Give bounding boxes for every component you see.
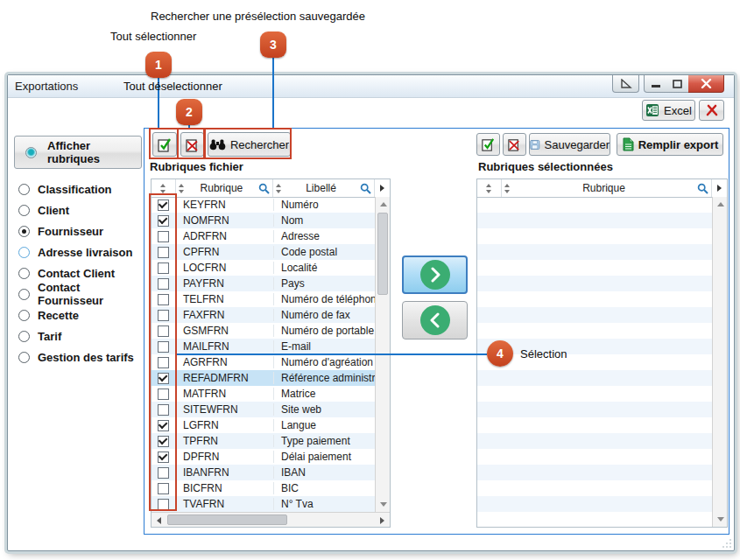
callout1-label: Tout sélectionner [110,30,196,43]
radio-icon [18,205,30,216]
table-row[interactable]: TVAFRNN° Tva [152,496,377,512]
search-column-icon[interactable] [697,183,708,194]
table-row[interactable]: AGRFRNNuméro d'agréation [152,354,377,370]
rubrique-code: KEYFRN [176,199,274,211]
empty-row [477,213,714,228]
empty-row [477,276,714,291]
table-row[interactable]: NOMFRNNom [152,213,377,228]
radio-icon [18,247,30,258]
sidebar-option-fournisseur[interactable]: Fournisseur [18,220,145,242]
table-row[interactable]: KEYFRNNuméro [152,197,377,213]
right-vertical-scrollbar[interactable] [712,197,727,527]
table-row[interactable]: LOCFRNLocalité [152,260,377,276]
libelle-header-label: Libellé [282,182,360,194]
callout2-label: Tout déselectionner [123,80,222,93]
rubrique-label: Numéro d'agréation [274,356,377,368]
select-all-selected-button[interactable] [476,133,500,156]
callout3-badge: 3 [260,32,286,58]
table-row[interactable]: IBANFRNIBAN [152,465,377,480]
rubrique-code: PAYFRN [176,277,274,290]
scroll-left-icon[interactable] [152,513,166,528]
sidebar-option-gestion-des-tarifs[interactable]: Gestion des tarifs [18,346,145,368]
excel-icon [645,103,659,117]
rubrique-label: Délai paiement [274,451,377,463]
empty-row [477,260,714,276]
afficher-rubriques-button[interactable]: Afficher rubriques [14,136,142,169]
header-options-button[interactable] [375,179,390,197]
table-row[interactable]: MAILFRNE-mail [152,339,377,354]
table-row[interactable]: FAXFRNNuméro de fax [152,307,377,323]
libelle-column-header[interactable]: Libellé [273,179,375,197]
sidebar-option-client[interactable]: Client [18,200,145,220]
sidebar-option-recette[interactable]: Recette [18,304,145,326]
rubrique-label: Type paiement [274,435,377,447]
table-row[interactable]: BICFRNBIC [152,480,377,496]
maximize-button[interactable] [666,75,689,93]
rubrique-column-header[interactable]: Rubrique [502,179,712,197]
move-left-button[interactable] [402,301,468,340]
afficher-rubriques-label: Afficher rubriques [47,139,141,165]
rubrique-label: Numéro [274,199,377,211]
deselect-all-selected-button[interactable] [503,133,526,156]
rubrique-label: Pays [274,277,377,290]
search-column-icon[interactable] [258,183,270,194]
empty-row [477,417,714,433]
left-hscroll-thumb[interactable] [167,514,287,525]
rubrique-code: TVAFRN [176,498,274,510]
sidebar-option-contact-fournisseur[interactable]: Contact Fournisseur [18,284,145,304]
sort-icon [160,184,166,193]
table-row[interactable]: REFADMFRNRéférence administrat [152,370,377,386]
scroll-right-icon[interactable] [375,513,390,528]
empty-row [477,433,714,449]
scroll-down-icon[interactable] [376,497,391,512]
sidebar-option-classification[interactable]: Classification [18,178,145,200]
table-row[interactable]: CPFRNCode postal [152,244,377,260]
cancel-button[interactable] [699,100,724,121]
rubrique-label: BIC [274,482,377,494]
table-row[interactable]: DPFRNDélai paiement [152,449,377,465]
resize-grip-icon[interactable] [722,538,732,549]
table-row[interactable]: LGFRNLangue [152,417,377,433]
table-row[interactable]: ADRFRNAdresse [152,228,377,244]
rubrique-label: Référence administrat [274,372,377,384]
empty-row [477,386,714,402]
sidebar-option-tarif[interactable]: Tarif [18,326,145,346]
rubrique-label: Adresse [274,230,377,242]
table-row[interactable]: TPFRNType paiement [152,433,377,449]
callout4-badge: 4 [487,340,513,367]
sauvegarder-button[interactable]: Sauvegarder [529,133,610,156]
remplir-export-button[interactable]: Remplir export [617,133,723,156]
sort-icon [504,184,511,193]
table-row[interactable]: GSMFRNNuméro de portable [152,323,377,339]
minimize-icon [652,80,660,88]
empty-row [477,244,714,260]
close-button[interactable] [688,75,724,93]
sidebar-option-adresse-livraison[interactable]: Adresse livraison [18,242,145,262]
table-row[interactable]: SITEWFRNSite web [152,402,377,417]
diagonal-resize-button[interactable] [612,75,639,93]
sidebar-option-label: Tarif [38,330,61,343]
table-row[interactable]: TELFRNNuméro de téléphone [152,291,377,307]
scroll-down-icon[interactable] [713,512,728,527]
table-row[interactable]: PAYFRNPays [152,276,377,291]
rubrique-column-header[interactable]: Rubrique [176,179,273,197]
left-horizontal-scrollbar[interactable] [152,512,390,527]
sort-icon [179,184,185,193]
scroll-up-icon[interactable] [713,197,728,212]
callout4-connector-line [177,354,487,355]
header-options-button[interactable] [712,179,727,197]
rubrique-code: REFADMFRN [176,372,274,384]
scroll-up-icon[interactable] [376,197,391,212]
search-column-icon[interactable] [360,183,371,194]
sauvegarder-label: Sauvegarder [545,138,610,151]
right-section-title: Rubriques sélectionnées [478,160,613,173]
uncheck-all-icon [507,136,522,152]
table-row[interactable]: MATFRNMatrice [152,386,377,402]
excel-export-button[interactable]: Excel [642,100,695,121]
checkbox-column-header[interactable] [477,179,502,197]
sidebar-option-label: Classification [38,183,112,196]
minimize-button[interactable] [644,75,667,93]
rubrique-code: TPFRN [176,435,274,447]
move-right-button[interactable] [402,256,468,294]
left-vscroll-thumb[interactable] [377,213,388,295]
